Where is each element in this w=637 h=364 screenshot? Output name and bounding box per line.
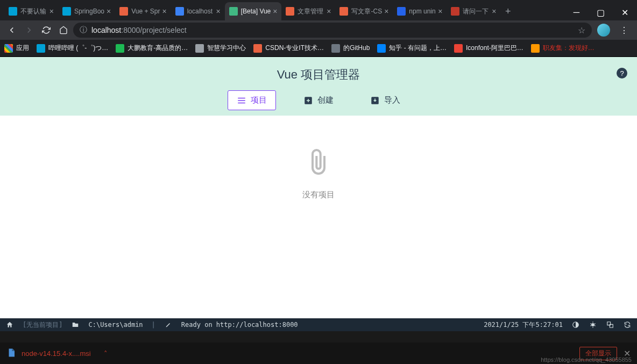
ready-message: Ready on http://localhost:8000 — [181, 321, 298, 329]
download-filename: node-v14.15.4-x....msi — [22, 349, 91, 358]
close-icon[interactable]: × — [384, 7, 388, 16]
tab-title: 文章管理 — [298, 7, 324, 16]
close-icon[interactable]: × — [107, 7, 111, 16]
bookmark-item[interactable]: CSDN-专业IT技术… — [253, 44, 324, 53]
close-window-button[interactable]: ✕ — [613, 4, 637, 20]
bug-icon[interactable] — [589, 320, 597, 329]
cwd-path[interactable]: C:\Users\admin — [88, 321, 143, 329]
profile-avatar[interactable] — [597, 24, 610, 37]
import-icon — [370, 96, 380, 105]
browser-tab[interactable]: localhost× — [171, 2, 225, 20]
tab-label: 导入 — [384, 95, 400, 105]
bookmark-item[interactable]: 的GitHub — [331, 44, 370, 53]
tab-title: 不要认输 — [20, 7, 47, 16]
vue-header: Vue 项目管理器 ? 项目 创建 导入 — [0, 57, 637, 116]
tab-title: Vue + Spr — [131, 8, 160, 15]
download-shelf: node-v14.15.4-x....msi ˄ 全部显示 ✕ https://… — [0, 342, 637, 364]
download-item[interactable]: node-v14.15.4-x....msi ˄ — [6, 348, 108, 359]
current-project-label: [无当前项目] — [23, 320, 62, 330]
close-icon[interactable]: × — [216, 7, 221, 16]
chevron-up-icon[interactable]: ˄ — [104, 349, 108, 358]
apps-button[interactable]: 应用 — [4, 44, 29, 53]
browser-titlebar: 不要认输× SpringBoo× Vue + Spr× localhost× [… — [0, 0, 637, 20]
apps-label: 应用 — [16, 44, 29, 53]
close-icon[interactable]: × — [273, 7, 277, 16]
bookmark-item[interactable]: 哔哩哔哩 (゜-゜)つ… — [37, 44, 108, 53]
browser-tab[interactable]: npm unin× — [393, 2, 447, 20]
watermark: https://blog.csdn.net/qq_43055855 — [541, 356, 632, 363]
close-icon[interactable]: × — [49, 7, 54, 16]
address-bar-row: ⓘ localhost:8000/project/select ☆ ⋮ — [0, 20, 637, 40]
close-icon[interactable]: × — [162, 7, 167, 16]
empty-text: 没有项目 — [302, 190, 335, 200]
tab-projects[interactable]: 项目 — [228, 90, 276, 110]
bookmark-item[interactable]: 智慧学习中心 — [195, 44, 246, 53]
vue-status-bar: [无当前项目] C:\Users\admin | Ready on http:/… — [0, 318, 637, 331]
bookmark-item[interactable]: Iconfont-阿里巴巴… — [454, 44, 523, 53]
home-icon[interactable] — [5, 320, 14, 329]
tab-title: [Beta] Vue — [241, 8, 271, 15]
back-button[interactable] — [4, 23, 19, 38]
list-icon — [237, 96, 246, 105]
close-icon[interactable]: × — [327, 7, 331, 16]
refresh-icon[interactable] — [623, 320, 632, 329]
file-icon — [6, 348, 16, 359]
reload-button[interactable] — [39, 23, 54, 38]
maximize-button[interactable]: ▢ — [589, 4, 613, 20]
tab-title: 写文章-CS — [351, 7, 382, 16]
close-icon[interactable]: × — [438, 7, 442, 16]
forward-button[interactable] — [22, 23, 37, 38]
page-title: Vue 项目管理器 — [0, 67, 637, 83]
paperclip-icon — [307, 148, 330, 178]
tab-strip: 不要认输× SpringBoo× Vue + Spr× localhost× [… — [0, 2, 564, 20]
browser-tab[interactable]: 文章管理× — [281, 2, 335, 20]
browser-tab[interactable]: Vue + Spr× — [115, 2, 171, 20]
url-input[interactable]: ⓘ localhost:8000/project/select ☆ — [73, 23, 592, 38]
pencil-icon[interactable] — [164, 320, 173, 329]
browser-tab-active[interactable]: [Beta] Vue× — [225, 2, 282, 20]
tab-title: npm unin — [409, 8, 436, 15]
plus-box-icon — [303, 96, 313, 105]
vue-tab-nav: 项目 创建 导入 — [0, 90, 637, 116]
status-timestamp: 2021/1/25 下午5:27:01 — [484, 320, 563, 330]
tab-label: 创建 — [317, 95, 334, 105]
bookmarks-bar: 应用 哔哩哔哩 (゜-゜)つ… 大鹏教育-高品质的… 智慧学习中心 CSDN-专… — [0, 40, 637, 57]
svg-rect-2 — [238, 102, 245, 103]
browser-menu-button[interactable]: ⋮ — [615, 25, 633, 35]
browser-tab[interactable]: SpringBoo× — [58, 2, 115, 20]
url-path: :8000/project/select — [121, 26, 186, 34]
home-button[interactable] — [56, 23, 71, 38]
svg-rect-0 — [238, 97, 245, 98]
folder-icon[interactable] — [71, 320, 80, 329]
page-content: Vue 项目管理器 ? 项目 创建 导入 没有项目 — [0, 57, 637, 318]
translate-icon[interactable] — [606, 320, 614, 329]
bookmark-star-icon[interactable]: ☆ — [578, 25, 585, 35]
help-button[interactable]: ? — [617, 68, 627, 78]
browser-tab[interactable]: 写文章-CS× — [335, 2, 393, 20]
svg-point-6 — [591, 323, 594, 326]
bookmark-item[interactable]: 大鹏教育-高品质的… — [116, 44, 188, 53]
tab-title: SpringBoo — [74, 8, 104, 15]
svg-rect-1 — [238, 100, 245, 101]
tab-label: 项目 — [251, 95, 267, 105]
tab-title: localhost — [187, 8, 214, 15]
tab-import[interactable]: 导入 — [361, 90, 409, 110]
empty-state: 没有项目 — [0, 148, 637, 200]
bookmark-item[interactable]: 知乎 - 有问题，上… — [377, 44, 447, 53]
browser-tab[interactable]: 请问一下× — [447, 2, 500, 20]
tab-create[interactable]: 创建 — [294, 90, 343, 110]
bookmark-item[interactable]: 职友集：发现好… — [531, 44, 594, 53]
new-tab-button[interactable]: + — [500, 2, 515, 20]
contrast-icon[interactable] — [571, 320, 580, 329]
url-host: localhost — [91, 26, 121, 34]
window-controls: ─ ▢ ✕ — [564, 4, 637, 20]
site-info-icon[interactable]: ⓘ — [80, 25, 87, 35]
browser-tab[interactable]: 不要认输× — [4, 2, 58, 20]
tab-title: 请问一下 — [463, 7, 490, 16]
close-icon[interactable]: × — [492, 7, 496, 16]
minimize-button[interactable]: ─ — [564, 4, 589, 20]
